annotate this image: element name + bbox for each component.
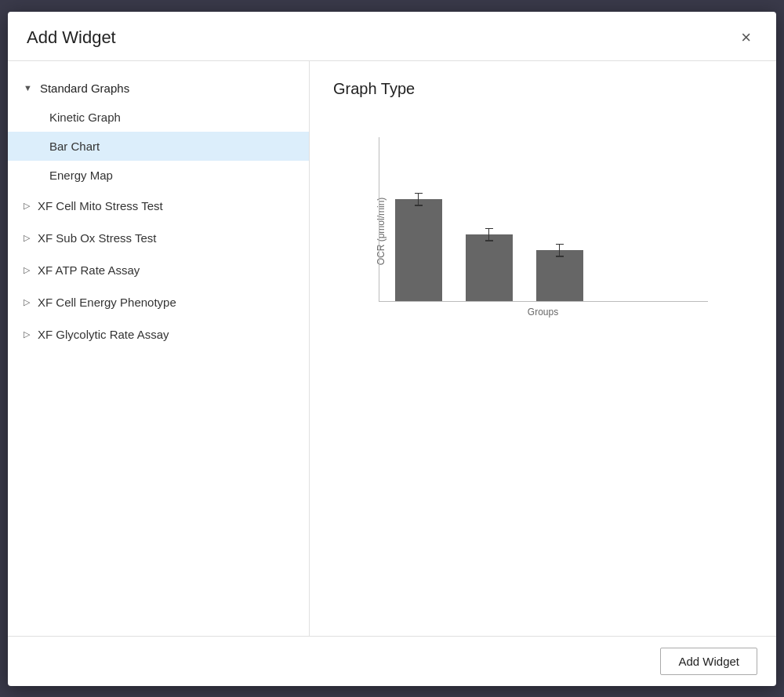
dialog-title: Add Widget: [27, 27, 116, 48]
dialog-footer: Add Widget: [8, 636, 776, 686]
standard-graphs-section[interactable]: ▼ Standard Graphs: [8, 74, 309, 103]
chevron-right-icon-mito: ▷: [24, 201, 30, 211]
sidebar-item-cell-energy[interactable]: ▷ XF Cell Energy Phenotype: [8, 286, 309, 318]
sidebar-item-kinetic-graph[interactable]: Kinetic Graph: [8, 103, 309, 132]
error-bottom-2: [485, 240, 493, 241]
sidebar-item-glycolytic-rate[interactable]: ▷ XF Glycolytic Rate Assay: [8, 318, 309, 350]
bar-1: [395, 199, 442, 301]
mito-stress-label: XF Cell Mito Stress Test: [38, 199, 163, 212]
chevron-right-icon-sub-ox: ▷: [24, 233, 30, 243]
bar-chart-label: Bar Chart: [49, 140, 100, 153]
chevron-right-icon-glycolytic: ▷: [24, 329, 30, 339]
main-content: Graph Type OCR (pmol/min): [310, 61, 776, 636]
sidebar-item-sub-ox-stress[interactable]: ▷ XF Sub Ox Stress Test: [8, 222, 309, 254]
x-axis-label: Groups: [379, 307, 708, 318]
atp-rate-label: XF ATP Rate Assay: [38, 263, 140, 277]
bar-group-1: [395, 199, 442, 301]
dialog-body: ▼ Standard Graphs Kinetic Graph Bar Char…: [8, 61, 776, 636]
error-bar-1: [415, 193, 423, 206]
kinetic-graph-label: Kinetic Graph: [49, 111, 121, 124]
graph-type-title: Graph Type: [333, 80, 753, 98]
error-v-1: [418, 194, 419, 205]
error-bottom-3: [556, 256, 564, 257]
bar-group-3: [536, 250, 583, 301]
chevron-right-icon-cell-energy: ▷: [24, 297, 30, 307]
sidebar-item-bar-chart[interactable]: Bar Chart: [8, 132, 309, 161]
chevron-down-icon: ▼: [24, 83, 32, 93]
sidebar: ▼ Standard Graphs Kinetic Graph Bar Char…: [8, 61, 310, 636]
error-bar-2: [485, 228, 493, 241]
chart-area: OCR (pmol/min): [333, 114, 753, 333]
sidebar-item-energy-map[interactable]: Energy Map: [8, 161, 309, 190]
chevron-right-icon-atp: ▷: [24, 265, 30, 275]
error-bottom-1: [415, 205, 423, 206]
sub-ox-label: XF Sub Ox Stress Test: [38, 231, 156, 245]
add-widget-button[interactable]: Add Widget: [660, 648, 757, 675]
error-v-2: [488, 229, 490, 240]
bar-3: [536, 250, 583, 301]
error-v-3: [559, 245, 561, 256]
energy-map-label: Energy Map: [49, 169, 113, 182]
sidebar-item-atp-rate[interactable]: ▷ XF ATP Rate Assay: [8, 254, 309, 286]
chart-container: OCR (pmol/min): [379, 137, 708, 325]
sidebar-item-mito-stress[interactable]: ▷ XF Cell Mito Stress Test: [8, 190, 309, 222]
bar-group-2: [466, 234, 513, 301]
close-button[interactable]: ×: [735, 26, 757, 49]
error-bar-3: [556, 244, 564, 257]
bar-2: [466, 234, 513, 301]
glycolytic-rate-label: XF Glycolytic Rate Assay: [38, 328, 169, 341]
dialog-header: Add Widget ×: [8, 12, 776, 61]
add-widget-dialog: Add Widget × ▼ Standard Graphs Kinetic G…: [8, 12, 776, 686]
standard-graphs-label: Standard Graphs: [40, 82, 129, 95]
cell-energy-label: XF Cell Energy Phenotype: [38, 296, 176, 309]
bars-wrapper: [379, 137, 708, 302]
